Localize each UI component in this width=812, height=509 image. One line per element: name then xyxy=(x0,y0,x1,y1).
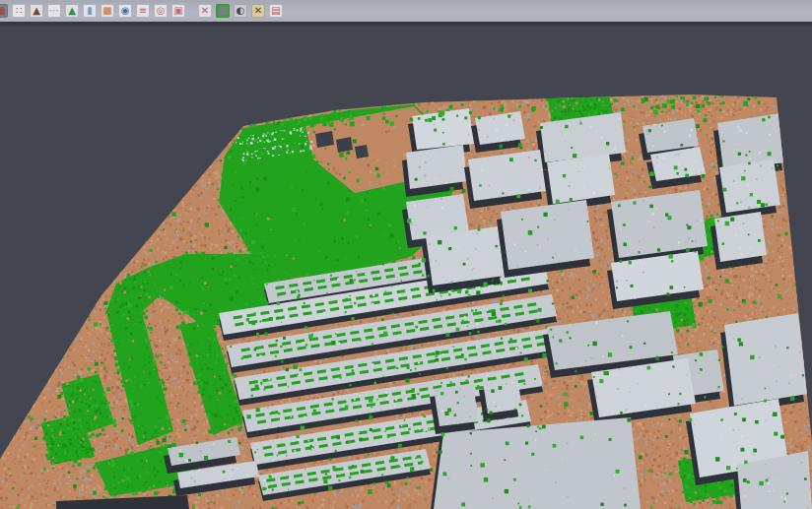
region-bounds-icon[interactable]: ▣ xyxy=(171,4,185,18)
classify-points-icon[interactable]: ▩ xyxy=(216,4,230,18)
profile-view-icon[interactable]: ▮ xyxy=(83,4,97,18)
toolbar: ▦∷▲⋯▲▮■◉≡◎▣✕▩◐✕▤ xyxy=(0,0,812,25)
application-window: ▦∷▲⋯▲▮■◉≡◎▣✕▩◐✕▤ xyxy=(0,0,812,509)
camera-view-icon[interactable]: ◐ xyxy=(234,4,247,18)
terrain-icon[interactable]: ▲ xyxy=(30,4,43,18)
navigation-globe-icon[interactable]: ◉ xyxy=(118,4,132,18)
point-cloud-scene[interactable] xyxy=(0,25,812,509)
rotate-object-icon[interactable]: ◎ xyxy=(154,4,168,18)
sparse-cloud-icon[interactable]: ⋯ xyxy=(47,4,61,18)
dem-terrain-icon[interactable]: ▲ xyxy=(65,4,79,18)
orthomosaic-icon[interactable]: ■ xyxy=(101,4,114,18)
reset-region-icon[interactable]: ✕ xyxy=(198,4,212,18)
markers-icon[interactable]: ✕ xyxy=(251,4,265,18)
flags-icon[interactable]: ▤ xyxy=(269,4,283,18)
mesh-model-icon[interactable]: ▦ xyxy=(0,4,8,18)
measure-lines-icon[interactable]: ≡ xyxy=(136,4,150,18)
point-cloud-icon[interactable]: ∷ xyxy=(12,4,26,18)
viewport-3d[interactable] xyxy=(0,25,812,509)
